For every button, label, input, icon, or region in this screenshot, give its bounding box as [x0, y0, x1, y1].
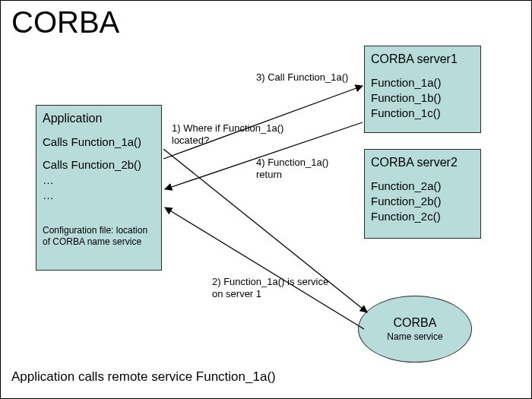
server1-func: Function_1b() — [371, 90, 474, 106]
server2-func: Function_2b() — [371, 194, 474, 209]
label-step2: 2) Function_1a() is service on server 1 — [212, 276, 328, 301]
server1-func: Function_1c() — [371, 106, 474, 121]
ellipse-nameservice: CORBA Name service — [358, 296, 472, 363]
arrow-step2 — [165, 207, 364, 329]
box-application: Application Calls Function_1a() Calls Fu… — [36, 105, 162, 271]
nameservice-subtitle: Name service — [359, 331, 471, 342]
box-server2: CORBA server2 Function_2a() Function_2b(… — [364, 149, 481, 239]
application-header: Application — [43, 110, 155, 127]
application-line: … — [43, 188, 155, 203]
page-title: CORBA — [11, 5, 119, 40]
label-step1: 1) Where if Function_1a() located? — [172, 122, 283, 147]
application-line: … — [43, 173, 155, 188]
server2-func: Function_2c() — [371, 209, 474, 224]
server1-func: Function_1a() — [371, 75, 474, 90]
diagram-caption: Application calls remote service Functio… — [11, 369, 276, 385]
server1-header: CORBA server1 — [371, 51, 474, 68]
application-line: Calls Function_1a() — [43, 135, 155, 150]
server2-func: Function_2a() — [371, 179, 474, 194]
label-step3: 3) Call Function_1a() — [256, 71, 348, 84]
nameservice-title: CORBA — [359, 316, 471, 330]
server2-header: CORBA server2 — [371, 154, 474, 171]
application-line: Calls Function_2b() — [43, 157, 155, 173]
box-server1: CORBA server1 Function_1a() Function_1b(… — [364, 46, 481, 133]
label-step4: 4) Function_1a() return — [256, 157, 328, 182]
application-config-note: Configuration file: location of CORBA na… — [43, 225, 155, 249]
